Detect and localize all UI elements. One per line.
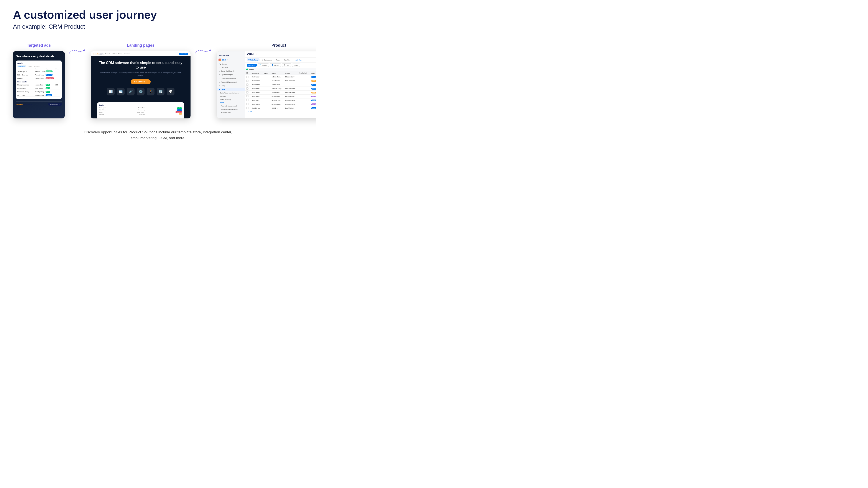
svg-marker-1: [209, 49, 211, 51]
svg-marker-0: [83, 49, 85, 51]
sidebar-lead-capturing[interactable]: Lead Capturing: [217, 98, 245, 101]
table-row: Deal name 3 Stephen Curry Leilani Krause…: [245, 87, 316, 91]
icon-box-5: 📱: [147, 88, 155, 95]
crm-main: CRM ☆ ↗ Activity + Add to board ···: [245, 52, 316, 118]
landing-top-bar: monday.com Products Solutions Pricing Re…: [91, 51, 190, 56]
ads-row-5: DS Records Evan Nguyen Done: [18, 87, 60, 90]
ads-row-4: Dialog Industries Jayson Dack High 100: [18, 84, 60, 86]
sidebar-accounts-management[interactable]: Accounts Management: [217, 104, 245, 107]
ads-mockup: See where every deal stands Deals Main t…: [13, 51, 65, 119]
sidebar-pipeline-analysis[interactable]: ○ Pipeline Analysis: [217, 73, 245, 76]
crm-workspace-header: Workspace ···: [217, 53, 245, 58]
ads-logo: monday sales CRM: [16, 103, 32, 105]
landing-hero-btn[interactable]: Get Started →: [131, 79, 151, 84]
landing-icons-row: 📊 ✉️ 🔗 ⚙️ 📱 🔄 💬: [97, 88, 184, 95]
ads-col-headers: Owner Stage Close: [18, 68, 60, 70]
journey-section: Targeted ads See where every deal stands…: [13, 43, 303, 119]
landing-logo: monday.com: [93, 53, 103, 55]
sidebar-activities-board[interactable]: Activities board: [217, 111, 245, 114]
tab-deals-status[interactable]: ◎ Deals status: [260, 58, 274, 61]
sidebar-contacts[interactable]: Contacts: [217, 95, 245, 98]
ads-section-next-month: Next month: [18, 81, 60, 83]
search-button[interactable]: 🔍 Search: [257, 63, 269, 67]
icon-box-6: 🔄: [157, 88, 164, 95]
sidebar-overview[interactable]: ○ Overview: [217, 65, 245, 69]
page-wrapper: A customized user journey An example: CR…: [0, 0, 316, 178]
page-subheadline: An example: CRM Product: [13, 23, 303, 30]
table-add-row: + Add: [245, 110, 316, 113]
table-row: Deal name 6 LeBron Jam... Enterprise Neg…: [245, 83, 316, 87]
journey-step-product: Product Workspace ··· CRM ∨ �: [217, 43, 316, 119]
sort-button[interactable]: ↕ Sort: [292, 64, 300, 67]
sidebar-crm[interactable]: ● CRM: [217, 88, 245, 91]
landing-cta-btn[interactable]: Get started: [179, 53, 188, 55]
tab-main-view[interactable]: Main View: [282, 58, 292, 61]
table-row: Deal name 8 James Hard... Madison Doyle …: [245, 102, 316, 106]
sidebar-hiring[interactable]: ○ Hiring: [217, 84, 245, 88]
page-headline: A customized user journey: [13, 9, 303, 21]
add-row-button[interactable]: + Add: [246, 110, 254, 113]
crm-table-area: Leads ☐ Deal name Tasks Owner ↑ Owner: [245, 68, 316, 118]
journey-step-landing: Landing pages monday.com Products Soluti…: [91, 43, 190, 119]
table-row: Deal name 2 James Hard... Phoenix Levy M…: [245, 95, 316, 98]
sidebar-sales-team[interactable]: Sales Team and Attainme...: [217, 91, 245, 95]
tab-form[interactable]: Form: [275, 58, 281, 61]
ads-row-2: Ridge Software Phoenix Long Proposal: [18, 73, 60, 76]
icon-box-4: ⚙️: [137, 88, 145, 95]
crm-table: Leads ☐ Deal name Tasks Owner ↑ Owner: [245, 68, 316, 113]
filter-button[interactable]: ⊟ Filter: [282, 63, 291, 67]
arrow-1: [65, 43, 91, 56]
table-row: Deal name 1 Stephen Curry Madison Doyle …: [245, 98, 316, 102]
landing-screen-preview: Deals Tender Sports Madison Doyle Qualif…: [97, 102, 184, 119]
table-row: Deal name 4 LeBron Jam... Phoenix Levy E…: [245, 75, 316, 79]
sidebar-invoices[interactable]: Invoices and Collections: [217, 107, 245, 111]
table-row: Deal name 9 Lionel Messi Leilani Krause …: [245, 91, 316, 95]
landing-hero: The CRM software that's simple to set up…: [91, 56, 190, 102]
new-item-button[interactable]: New Item: [247, 64, 257, 67]
sidebar-collections-overview[interactable]: ○ Collections Overview: [217, 76, 245, 80]
journey-step-ads: Targeted ads See where every deal stands…: [13, 43, 65, 119]
sidebar-crm-sub[interactable]: CRM: [217, 101, 245, 104]
step-label-landing: Landing pages: [127, 43, 154, 48]
crm-mockup: Workspace ··· CRM ∨ 🔍 Search ○ Overvi: [217, 51, 316, 119]
ads-tab-main[interactable]: Main table: [18, 65, 26, 67]
ads-tab-kanban[interactable]: Kanban: [33, 65, 40, 67]
ads-tabs: Main table Gantt Kanban: [18, 65, 60, 67]
tab-add-view[interactable]: + Add View: [293, 58, 304, 61]
icon-box-7: 💬: [167, 88, 175, 95]
sidebar-sales-dashboard[interactable]: ○ Sales Dashboard: [217, 69, 245, 73]
landing-preview-title: Deals: [99, 104, 182, 106]
landing-hero-sub: monday.com helps you bundle all your wor…: [97, 72, 184, 77]
ads-row-3: Bluecart Leilani Krause Negotiation: [18, 77, 60, 80]
icon-box-2: ✉️: [117, 88, 125, 95]
crm-toolbar: New Item 🔍 Search 👤 Person ⊟ Filter: [245, 62, 316, 68]
ads-row-1: Tender Sports Madison Doyle Qualified: [18, 70, 60, 73]
learn-more-button[interactable]: Learn more →: [49, 103, 62, 106]
landing-hero-title: The CRM software that's simple to set up…: [97, 61, 184, 70]
crm-title: CRM: [247, 53, 254, 56]
table-row: EcoATM test Ent AE 1 EcoATM test Enterpr…: [245, 106, 316, 110]
landing-mockup: monday.com Products Solutions Pricing Re…: [91, 51, 190, 119]
ads-row-6: Wisconsin Safety Sam Splitting Done: [18, 91, 60, 93]
table-row: Deal name 8 Lionel Messi Leilani Krause …: [245, 79, 316, 83]
crm-sidebar: Workspace ··· CRM ∨ 🔍 Search ○ Overvi: [217, 52, 245, 118]
ads-tab-gantt[interactable]: Gantt: [27, 65, 32, 67]
ads-table-title: Deals: [18, 62, 60, 64]
person-button[interactable]: 👤 Person: [270, 63, 281, 67]
crm-sidebar-search: 🔍 Search: [217, 62, 245, 65]
arrow-2: [190, 43, 217, 56]
table-col-headers: ☐ Deal name Tasks Owner ↑ Owner Contacts…: [245, 71, 316, 75]
group-header-leads: Leads: [245, 68, 316, 71]
step-label-ads: Targeted ads: [27, 43, 51, 48]
sidebar-account-management[interactable]: ○ Account Management: [217, 80, 245, 84]
icon-box-1: 📊: [107, 88, 115, 95]
landing-nav: Products Solutions Pricing Resources: [105, 53, 178, 55]
icon-box-3: 🔗: [127, 88, 134, 95]
step-label-product: Product: [272, 43, 286, 48]
ads-row-7: DPY Chase Hannah Clark Working: [18, 94, 60, 97]
ads-headline: See where every deal stands: [16, 55, 62, 58]
bottom-text: Discovery opportunities for Product Solu…: [82, 129, 234, 141]
ads-table-area: Deals Main table Gantt Kanban Owner Stag…: [16, 61, 62, 99]
tab-main-table[interactable]: ⊞ Main Table: [247, 58, 259, 61]
crm-header: CRM ☆ ↗ Activity + Add to board ···: [245, 52, 316, 58]
